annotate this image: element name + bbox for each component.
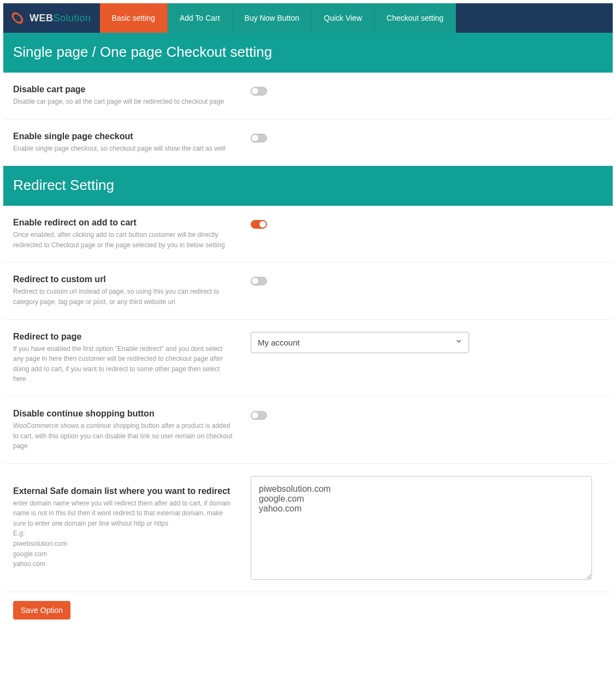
setting-title: Disable continue shopping button: [13, 409, 234, 419]
save-row: Save Option: [3, 592, 613, 628]
toggle-knob: [252, 135, 258, 141]
toggle-disable-cart-page[interactable]: [251, 87, 267, 96]
setting-enable-single-page-checkout: Enable single page checkout Enable singl…: [3, 120, 613, 166]
tab-add-to-cart[interactable]: Add To Cart: [168, 3, 233, 33]
setting-title: Disable cart page: [13, 85, 234, 94]
toggle-disable-continue-shopping[interactable]: [251, 411, 267, 420]
toggle-enable-single-page-checkout[interactable]: [251, 134, 267, 142]
tab-label: Checkout setting: [387, 14, 443, 22]
toggle-enable-redirect[interactable]: [251, 220, 267, 229]
setting-label-area: Enable single page checkout Enable singl…: [13, 132, 251, 154]
tab-quick-view[interactable]: Quick View: [312, 3, 375, 33]
header-bar: π WEBSolution Basic setting Add To Cart …: [3, 3, 613, 33]
setting-enable-redirect: Enable redirect on add to cart Once enab…: [3, 206, 613, 263]
logo-text-solution: Solution: [54, 13, 91, 23]
setting-label-area: Redirect to custom url Redirect to custo…: [13, 275, 251, 307]
tab-checkout-setting[interactable]: Checkout setting: [375, 3, 456, 33]
section-header-single-page: Single page / One page Checkout setting: [3, 33, 613, 73]
setting-redirect-custom-url: Redirect to custom url Redirect to custo…: [3, 263, 613, 319]
setting-redirect-to-page: Redirect to page If you have enabled the…: [3, 320, 613, 397]
toggle-knob: [259, 221, 266, 228]
toggle-knob: [252, 278, 258, 284]
save-button-label: Save Option: [21, 606, 63, 615]
section-title: Redirect Setting: [13, 177, 114, 193]
setting-title: External Safe domain list where you want…: [13, 486, 234, 496]
logo-text-web: WEB: [29, 13, 54, 23]
logo: π WEBSolution: [3, 3, 100, 33]
setting-external-safe-domains: External Safe domain list where you want…: [3, 464, 613, 592]
setting-label-area: Disable cart page Disable car page, so a…: [13, 85, 251, 107]
setting-label-area: Enable redirect on add to cart Once enab…: [13, 218, 251, 250]
toggle-knob: [252, 412, 258, 419]
logo-text: WEBSolution: [29, 13, 91, 24]
setting-desc: Disable car page, so all the cart page w…: [13, 97, 234, 107]
save-button[interactable]: Save Option: [13, 601, 70, 620]
toggle-redirect-custom-url[interactable]: [251, 277, 267, 285]
tab-label: Buy Now Button: [245, 14, 299, 22]
section-header-redirect: Redirect Setting: [3, 166, 613, 206]
setting-desc: enter domain name where you will redirec…: [13, 498, 234, 569]
setting-label-area: Disable continue shopping button WooComm…: [13, 409, 251, 451]
setting-title: Redirect to custom url: [13, 275, 234, 284]
svg-text:π: π: [15, 14, 20, 22]
setting-title: Redirect to page: [13, 332, 234, 342]
setting-desc: Redirect to custom url instead of page, …: [13, 287, 234, 307]
tab-label: Quick View: [324, 14, 362, 22]
setting-disable-continue-shopping: Disable continue shopping button WooComm…: [3, 397, 613, 464]
setting-desc: If you have enabled the first option "En…: [13, 344, 234, 384]
setting-desc: Enable single page checkout, so checkout…: [13, 144, 234, 154]
tab-label: Add To Cart: [180, 14, 220, 22]
section-title: Single page / One page Checkout setting: [13, 44, 272, 60]
setting-title: Enable single page checkout: [13, 132, 234, 141]
select-redirect-page[interactable]: My account: [251, 332, 469, 353]
tab-buy-now-button[interactable]: Buy Now Button: [233, 3, 312, 33]
logo-icon: π: [9, 9, 26, 27]
toggle-knob: [252, 88, 258, 94]
setting-title: Enable redirect on add to cart: [13, 218, 234, 228]
tab-basic-setting[interactable]: Basic setting: [100, 3, 168, 33]
textarea-safe-domains[interactable]: [251, 476, 592, 580]
setting-desc: WooCommerce shows a continue shopping bu…: [13, 421, 234, 451]
select-redirect-page-wrap: My account: [251, 332, 469, 353]
tab-label: Basic setting: [112, 14, 155, 22]
setting-desc: Once enabled, after clicking add to cart…: [13, 230, 234, 250]
setting-label-area: Redirect to page If you have enabled the…: [13, 332, 251, 384]
setting-label-area: External Safe domain list where you want…: [13, 486, 251, 569]
tab-bar: Basic setting Add To Cart Buy Now Button…: [100, 3, 457, 33]
setting-disable-cart-page: Disable cart page Disable car page, so a…: [3, 73, 613, 120]
